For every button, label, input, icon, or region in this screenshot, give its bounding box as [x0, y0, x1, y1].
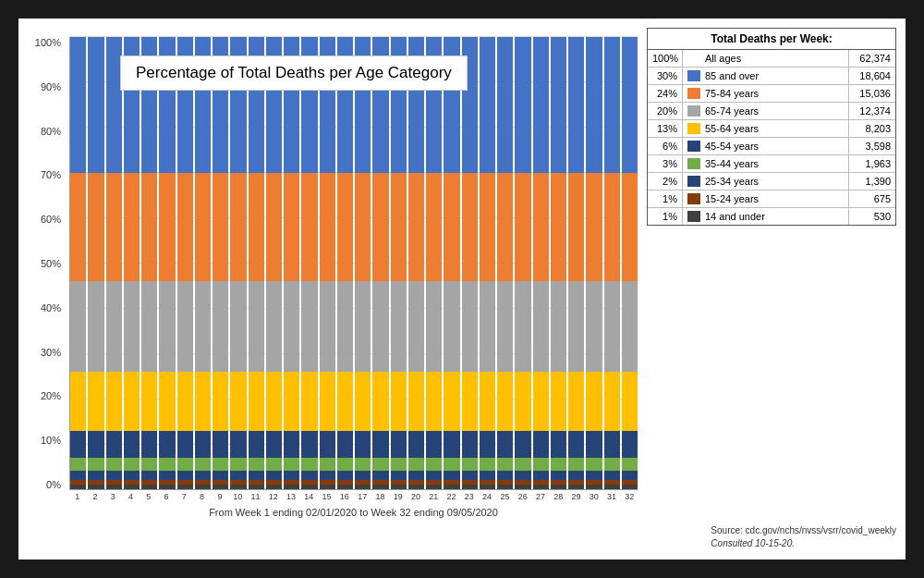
bar-segment — [444, 458, 459, 472]
bar-segment — [70, 458, 86, 472]
bar-group — [408, 37, 424, 489]
bar-segment — [480, 37, 495, 173]
legend-label: 45-54 years — [705, 141, 759, 152]
y-label: 20% — [28, 390, 65, 401]
bar-group — [266, 37, 282, 489]
legend-pct: 2% — [648, 173, 683, 190]
bar-segment — [141, 458, 157, 472]
bar-segment — [124, 281, 140, 372]
bar-group — [337, 37, 353, 489]
legend-label: 65-74 years — [705, 105, 759, 117]
bar-segment — [355, 485, 371, 489]
bar-segment — [88, 485, 103, 489]
x-label: 32 — [622, 492, 638, 501]
bar-segment — [568, 37, 584, 173]
bar-segment — [480, 281, 495, 372]
bar-segment — [372, 471, 388, 480]
legend-label: All ages — [705, 53, 741, 64]
bar-segment — [301, 281, 317, 372]
bar-segment — [355, 173, 371, 281]
bar-segment — [462, 471, 478, 480]
bar-segment — [320, 372, 335, 431]
bar-group — [141, 37, 157, 489]
bar-segment — [408, 281, 424, 372]
x-label: 3 — [105, 492, 121, 501]
bar-segment — [586, 281, 602, 372]
x-label: 5 — [140, 492, 156, 501]
x-label: 21 — [426, 492, 442, 501]
bar-segment — [159, 431, 175, 458]
x-label: 1 — [69, 492, 85, 501]
legend-color-box — [687, 105, 700, 117]
bar-segment — [230, 281, 246, 372]
bar-segment — [622, 37, 638, 173]
bar-group — [284, 37, 299, 489]
y-label: 0% — [28, 479, 65, 490]
x-label: 13 — [283, 492, 298, 501]
bar-segment — [372, 431, 388, 458]
legend-color-box — [687, 88, 700, 99]
x-label: 12 — [265, 492, 281, 501]
bar-segment — [622, 173, 638, 281]
legend-row: 3%35-44 years1,963 — [648, 155, 895, 173]
bar-segment — [355, 431, 371, 458]
bar-segment — [70, 173, 86, 281]
y-label: 90% — [28, 81, 65, 92]
legend-color-box — [687, 158, 700, 169]
bar-segment — [622, 372, 638, 431]
bar-segment — [88, 458, 103, 472]
bar-segment — [141, 372, 157, 431]
bar-segment — [604, 372, 620, 431]
bar-segment — [586, 431, 602, 458]
bar-segment — [177, 458, 193, 472]
bar-segment — [604, 37, 620, 173]
bar-segment — [480, 372, 495, 431]
bar-segment — [391, 458, 407, 472]
bar-segment — [515, 485, 530, 489]
bar-segment — [515, 173, 530, 281]
bar-segment — [195, 458, 211, 472]
bar-group — [586, 37, 602, 489]
legend-row: 13%55-64 years8,203 — [648, 120, 895, 138]
legend-label: 35-44 years — [705, 158, 759, 169]
bar-group — [320, 37, 335, 489]
bar-segment — [586, 173, 602, 281]
bar-group — [622, 37, 638, 489]
bar-segment — [497, 173, 513, 281]
bar-segment — [444, 485, 459, 489]
bar-segment — [604, 431, 620, 458]
bar-segment — [426, 431, 442, 458]
y-label: 80% — [28, 126, 65, 137]
bar-segment — [249, 458, 264, 472]
bar-segment — [444, 372, 459, 431]
legend-count: 12,374 — [849, 103, 895, 119]
legend-label-wrap: 85 and over — [683, 68, 849, 84]
bar-segment — [622, 485, 638, 489]
bar-segment — [320, 431, 335, 458]
bar-segment — [551, 372, 566, 431]
bar-segment — [533, 372, 549, 431]
legend-color-box — [687, 70, 700, 81]
bar-segment — [444, 471, 459, 480]
bar-group — [195, 37, 211, 489]
bar-segment — [480, 458, 495, 472]
legend-label-wrap: All ages — [683, 50, 849, 67]
bar-segment — [159, 173, 175, 281]
bar-segment — [551, 458, 566, 472]
bar-segment — [266, 173, 282, 281]
x-label: 29 — [568, 492, 584, 501]
bar-segment — [106, 372, 122, 431]
x-label: 31 — [603, 492, 619, 501]
bar-segment — [391, 281, 407, 372]
bar-segment — [301, 458, 317, 472]
legend-pct: 3% — [648, 155, 683, 172]
x-label: 8 — [194, 492, 210, 501]
x-label: 10 — [230, 492, 246, 501]
bar-segment — [106, 173, 122, 281]
bar-segment — [408, 485, 424, 489]
bar-segment — [372, 458, 388, 472]
legend-color-box — [687, 176, 700, 187]
x-label: 23 — [461, 492, 477, 501]
legend-count: 1,963 — [849, 155, 895, 172]
bar-segment — [141, 173, 157, 281]
